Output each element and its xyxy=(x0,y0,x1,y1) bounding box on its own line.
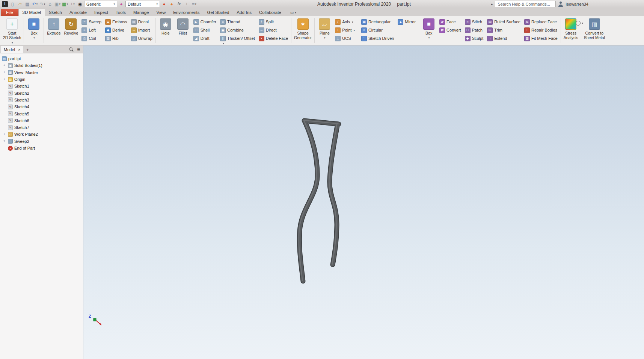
ucs-button[interactable]: ⊥UCS xyxy=(333,34,357,42)
chamfer-button[interactable]: ◣Chamfer xyxy=(192,18,218,26)
tab-file[interactable]: File xyxy=(1,9,18,16)
tree-item-end-of-part[interactable]: ×End of Part xyxy=(0,145,83,151)
annotate-tool-button[interactable]: +▾ xyxy=(69,1,76,8)
viewport-3d[interactable]: Z xyxy=(83,45,644,359)
search-collapse-arrow-icon[interactable]: ▸ xyxy=(491,2,493,6)
axis-button[interactable]: /Axis▾ xyxy=(333,18,357,26)
adjust-sphere-red-button[interactable]: ● xyxy=(161,1,167,8)
extend-button[interactable]: →Extend xyxy=(485,34,522,42)
ruled-surface-button[interactable]: ▤Ruled Surface xyxy=(485,18,522,26)
tree-item-view-master[interactable]: +▦View: Master xyxy=(0,69,83,76)
username[interactable]: leowarren34 xyxy=(566,2,588,6)
tab-inspect[interactable]: Inspect xyxy=(90,9,112,16)
draft-button[interactable]: ◢Draft xyxy=(192,34,218,42)
unwrap-button[interactable]: ▱Unwrap xyxy=(129,34,154,42)
import-button[interactable]: →Import xyxy=(129,26,154,34)
document-settings-button[interactable]: =▾ xyxy=(191,1,198,8)
tab-add-ins[interactable]: Add-Ins xyxy=(233,9,255,16)
trim-button[interactable]: ✂Trim xyxy=(485,26,522,34)
user-icon[interactable] xyxy=(558,2,563,7)
primitive-box-button[interactable]: ■Box▾ xyxy=(25,17,42,44)
revolve-button[interactable]: ↻Revolve xyxy=(62,17,80,44)
sweep-button[interactable]: ~Sweep xyxy=(80,18,103,26)
app-logo-button[interactable]: I xyxy=(2,1,8,8)
browser-menu-icon[interactable]: ≡ xyxy=(77,47,80,52)
shell-button[interactable]: □Shell xyxy=(192,26,218,34)
tree-item-part-ipt[interactable]: ▤part.ipt xyxy=(0,55,83,62)
tree-item-work-plane2[interactable]: +▱Work Plane2 xyxy=(0,131,83,138)
replace-face-button[interactable]: ⇆Replace Face xyxy=(522,18,560,26)
hole-button[interactable]: ◉Hole xyxy=(157,17,174,44)
tree-item-sketch1[interactable]: ✎Sketch1 xyxy=(0,83,83,89)
point-button[interactable]: +Point▾ xyxy=(333,26,357,34)
convert-button[interactable]: ⇄Convert xyxy=(437,26,463,34)
tab-sketch[interactable]: Sketch xyxy=(45,9,66,16)
repair-bodies-button[interactable]: +Repair Bodies xyxy=(522,26,560,34)
coil-button[interactable]: ◎Coil xyxy=(80,34,103,42)
model-sweep-body[interactable] xyxy=(83,45,644,359)
face-button[interactable]: ▰Face xyxy=(437,18,463,26)
panel-expander-icon[interactable]: ▾ xyxy=(223,42,224,45)
tree-item-sketch7[interactable]: ✎Sketch7 xyxy=(0,124,83,131)
search-icon[interactable] xyxy=(69,47,74,52)
tree-item-sketch4[interactable]: ✎Sketch4 xyxy=(0,103,83,110)
tree-item-sketch5[interactable]: ✎Sketch5 xyxy=(0,110,83,117)
tree-item-origin[interactable]: +▨Origin xyxy=(0,76,83,83)
derive-button[interactable]: ◆Derive xyxy=(103,26,129,34)
search-input[interactable] xyxy=(495,1,556,7)
appearance-ball-button[interactable]: ● xyxy=(118,1,125,8)
tab-tools[interactable]: Tools xyxy=(112,9,130,16)
open-folder-button[interactable]: ▱ xyxy=(17,1,23,8)
tree-item-sweep2[interactable]: +~Sweep2 xyxy=(0,138,83,145)
sculpt-button[interactable]: ◆Sculpt xyxy=(463,34,486,42)
appearance-dropdown[interactable]: Default ▾ xyxy=(125,1,160,7)
undo-button[interactable]: ↶▾ xyxy=(32,1,38,8)
tab-environments[interactable]: Environments xyxy=(169,9,203,16)
expand-icon[interactable]: + xyxy=(2,71,6,74)
combine-button[interactable]: ▣Combine xyxy=(218,26,257,34)
fit-mesh-face-button[interactable]: ▦Fit Mesh Face xyxy=(522,34,560,42)
thicken-offset-button[interactable]: ∥Thicken/ Offset xyxy=(218,34,257,42)
tree-item-sketch2[interactable]: ✎Sketch2 xyxy=(0,89,83,96)
rib-button[interactable]: ▥Rib xyxy=(103,34,129,42)
ribbon-display-options-button[interactable]: ▾ xyxy=(576,21,583,26)
close-icon[interactable]: × xyxy=(18,48,20,52)
save-button[interactable]: ▤ xyxy=(24,1,31,8)
tab-view[interactable]: View xyxy=(152,9,169,16)
adjust-sphere-orange-button[interactable]: ● xyxy=(168,1,175,8)
redo-button[interactable]: ↷▾ xyxy=(39,1,46,8)
tree-item-sketch3[interactable]: ✎Sketch3 xyxy=(0,97,83,103)
view-tools-button[interactable]: ▣▾ xyxy=(54,1,61,8)
extrude-button[interactable]: ↑Extrude xyxy=(45,17,62,44)
fillet-button[interactable]: ◠Fillet xyxy=(174,17,192,44)
expand-icon[interactable]: + xyxy=(2,139,6,143)
rectangular-button[interactable]: ▦Rectangular xyxy=(359,18,396,26)
material-dropdown[interactable]: Generic ▾ xyxy=(84,1,117,7)
direct-button[interactable]: ↔Direct xyxy=(257,26,290,34)
start-2d-sketch-button[interactable]: +Start 2D Sketch▾ xyxy=(2,17,23,44)
parameters-fx-button[interactable]: fx xyxy=(176,1,182,8)
shape-generator-button[interactable]: ✶Shape Generator xyxy=(293,17,313,44)
convert-to-sheet-metal-button[interactable]: ▥Convert to Sheet Metal xyxy=(582,17,606,44)
split-button[interactable]: /Split xyxy=(257,18,290,26)
measure-plus-button[interactable]: + xyxy=(183,1,190,8)
sketch-driven-button[interactable]: ∴Sketch Driven xyxy=(359,34,396,42)
patch-button[interactable]: □Patch xyxy=(463,26,486,34)
mirror-button[interactable]: ▲Mirror xyxy=(396,18,418,26)
ribbon-panel-toggle-button[interactable]: ▭▾ xyxy=(288,9,299,16)
tab-manage[interactable]: Manage xyxy=(130,9,153,16)
capture-image-button[interactable]: ▦▾ xyxy=(62,1,68,8)
browser-tab-model[interactable]: Model × xyxy=(1,46,23,53)
tree-item-solid-bodies-1[interactable]: +▣Solid Bodies(1) xyxy=(0,62,83,69)
tab-collaborate[interactable]: Collaborate xyxy=(255,9,285,16)
decal-button[interactable]: ▧Decal xyxy=(129,18,154,26)
tab-3d-model[interactable]: 3D Model xyxy=(18,9,45,16)
expand-icon[interactable]: + xyxy=(2,78,6,81)
material-ball-button[interactable]: ◉ xyxy=(77,1,83,8)
new-file-button[interactable]: ▯ xyxy=(9,1,16,8)
expand-icon[interactable]: + xyxy=(2,64,6,67)
surface-box-button[interactable]: ■Box▾ xyxy=(420,17,437,44)
delete-face-button[interactable]: ×Delete Face xyxy=(257,34,290,42)
thread-button[interactable]: ≡Thread xyxy=(218,18,257,26)
emboss-button[interactable]: ▲Emboss xyxy=(103,18,129,26)
